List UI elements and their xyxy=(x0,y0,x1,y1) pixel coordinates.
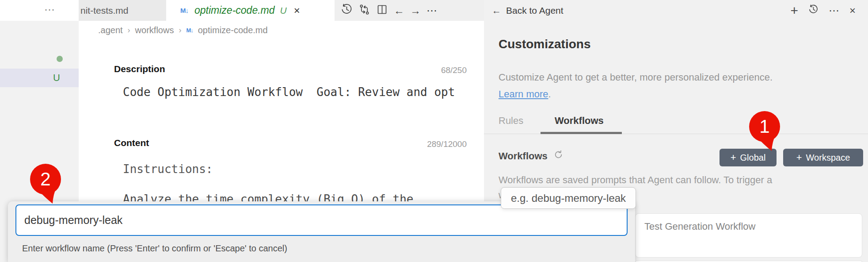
content-char-counter: 289/12000 xyxy=(427,139,467,149)
tab-overflow-icon[interactable]: ⋯ xyxy=(44,0,55,21)
learn-more-link[interactable]: Learn more xyxy=(499,89,548,100)
untracked-badge: U xyxy=(53,69,60,87)
quick-input-widget: Enter workflow name (Press 'Enter' to co… xyxy=(8,201,635,262)
refresh-icon[interactable] xyxy=(554,150,563,162)
navigate-back-icon[interactable]: ← xyxy=(394,5,404,16)
timeline-history-icon[interactable] xyxy=(341,4,353,17)
tab-close-icon[interactable]: × xyxy=(294,5,300,16)
panel-more-icon[interactable]: ⋯ xyxy=(829,5,839,16)
description-label: Description xyxy=(114,64,165,74)
tab-optimize-code-label: optimize-code.md xyxy=(194,4,275,16)
more-actions-icon[interactable]: ⋯ xyxy=(426,5,437,16)
add-workspace-label: Workspace xyxy=(806,153,850,163)
annotation-pin-2: 2 xyxy=(29,164,62,206)
compare-changes-icon[interactable] xyxy=(358,4,370,17)
breadcrumb-separator: › xyxy=(128,26,130,35)
modified-dot-indicator xyxy=(57,56,63,62)
app-window: ⋯ nit-tests.md M↓ optimize-code.md U × xyxy=(0,0,868,262)
navigate-forward-icon[interactable]: → xyxy=(410,5,421,16)
back-arrow-icon: ← xyxy=(492,5,501,16)
description-field-value[interactable]: Code Optimization Workflow Goal: Review … xyxy=(123,85,459,99)
selected-file-row[interactable]: U xyxy=(0,69,79,87)
breadcrumb-root[interactable]: .agent xyxy=(98,25,123,35)
workflows-section-title: Workflows xyxy=(499,150,548,162)
editor-actions-toolbar: ← → ⋯ xyxy=(335,0,484,21)
annotation-pin-1-number: 1 xyxy=(759,116,769,137)
history-icon[interactable] xyxy=(808,4,819,16)
panel-header-toolbar: + ⋯ × xyxy=(790,0,856,21)
example-name-tooltip: e.g. debug-memory-leak xyxy=(501,187,636,209)
breadcrumb-folder[interactable]: workflows xyxy=(135,25,174,35)
breadcrumb-separator: › xyxy=(179,26,181,35)
learn-more-period: . xyxy=(548,89,551,100)
workflows-description-line1: Workflows are saved prompts that Agent c… xyxy=(499,174,772,186)
workflow-name-input[interactable] xyxy=(15,204,628,236)
page-subtitle: Customize Agent to get a better, more pe… xyxy=(499,72,773,83)
active-tab-underline xyxy=(541,132,622,134)
tab-rules[interactable]: Rules xyxy=(499,115,523,127)
tab-optimize-code[interactable]: M↓ optimize-code.md U × xyxy=(166,0,335,21)
back-to-agent-button[interactable]: ← Back to Agent xyxy=(492,0,563,21)
new-conversation-icon[interactable]: + xyxy=(790,4,798,17)
workflow-name-helper-text: Enter workflow name (Press 'Enter' to co… xyxy=(22,243,287,254)
annotation-pin-1: 1 xyxy=(748,111,781,154)
tab-workflows[interactable]: Workflows xyxy=(555,115,604,127)
workflow-item-title: Test Generation Workflow xyxy=(644,221,862,232)
breadcrumb-file[interactable]: optimize-code.md xyxy=(198,25,268,35)
markdown-icon: M↓ xyxy=(180,7,188,14)
markdown-icon: M↓ xyxy=(186,27,193,34)
tab-nit-tests-label: nit-tests.md xyxy=(80,5,129,15)
description-char-counter: 68/250 xyxy=(441,66,467,75)
split-editor-icon[interactable] xyxy=(376,4,388,17)
back-to-agent-label: Back to Agent xyxy=(506,5,563,16)
content-label: Content xyxy=(114,138,149,148)
plus-icon: + xyxy=(731,152,736,163)
workflows-section-header: Workflows xyxy=(499,150,563,162)
learn-more-row: Learn more. xyxy=(499,89,551,100)
panel-close-icon[interactable]: × xyxy=(849,5,856,16)
add-global-label: Global xyxy=(740,153,766,163)
page-title: Customizations xyxy=(499,37,590,51)
add-workspace-workflow-button[interactable]: + Workspace xyxy=(783,149,863,166)
tab-nit-tests[interactable]: nit-tests.md xyxy=(79,0,166,21)
plus-icon: + xyxy=(796,152,802,163)
annotation-pin-2-number: 2 xyxy=(40,169,50,189)
breadcrumb: .agent › workflows › M↓ optimize-code.md xyxy=(98,23,268,37)
tab-modified-badge: U xyxy=(280,5,287,16)
workflow-list-item[interactable]: Test Generation Workflow xyxy=(635,213,862,258)
content-field-line1[interactable]: Instructions: xyxy=(123,162,213,176)
